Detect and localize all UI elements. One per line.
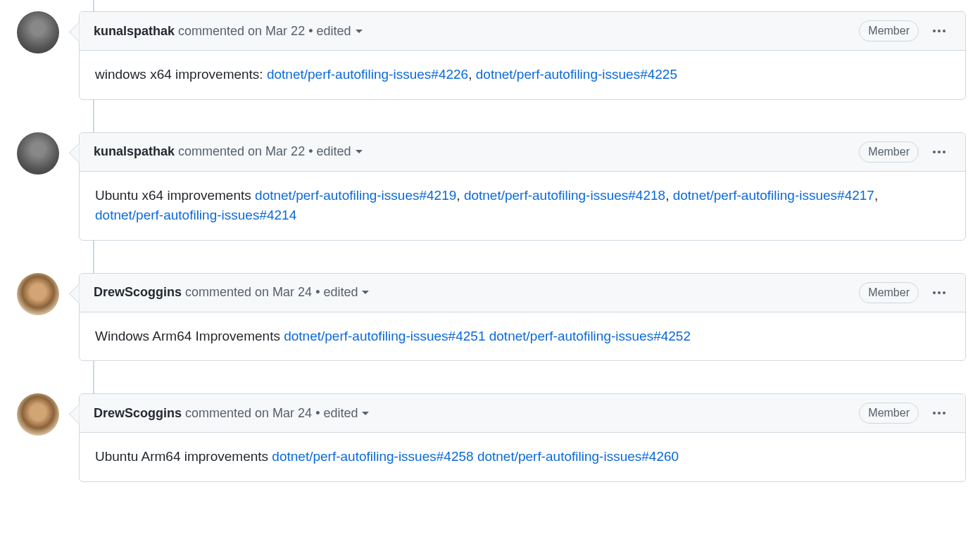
link-separator: , xyxy=(468,67,476,82)
kebab-menu-icon[interactable] xyxy=(927,406,951,420)
avatar[interactable] xyxy=(17,132,59,175)
comment-author-link[interactable]: kunalspathak xyxy=(94,142,175,161)
edited-dropdown[interactable]: edited xyxy=(316,142,362,161)
issue-link[interactable]: dotnet/perf-autofiling-issues#4226 xyxy=(267,67,468,82)
issue-link[interactable]: dotnet/perf-autofiling-issues#4219 xyxy=(255,188,456,203)
link-separator: , xyxy=(665,188,673,203)
issue-link[interactable]: dotnet/perf-autofiling-issues#4260 xyxy=(477,449,679,464)
member-badge: Member xyxy=(859,403,919,424)
comment-body: Ubuntu x64 improvements dotnet/perf-auto… xyxy=(80,172,965,240)
comments-container: kunalspathak commented on Mar 22 • edite… xyxy=(14,0,966,482)
comment-header-left: kunalspathak commented on Mar 22 • edite… xyxy=(94,142,363,161)
edited-label: edited xyxy=(316,142,351,161)
issue-link[interactable]: dotnet/perf-autofiling-issues#4214 xyxy=(95,208,296,222)
issue-link[interactable]: dotnet/perf-autofiling-issues#4218 xyxy=(464,188,665,203)
avatar[interactable] xyxy=(17,273,59,315)
comment-item: kunalspathak commented on Mar 22 • edite… xyxy=(14,0,966,100)
dot-separator: • xyxy=(308,142,313,161)
member-badge: Member xyxy=(859,282,919,303)
kebab-menu-icon[interactable] xyxy=(927,24,951,38)
caret-down-icon xyxy=(362,412,369,415)
comment-header-left: DrewScoggins commented on Mar 24 • edite… xyxy=(94,404,369,423)
member-badge: Member xyxy=(859,20,919,42)
comment-body-text: Windows Arm64 Improvements xyxy=(95,329,284,343)
comment-header: kunalspathak commented on Mar 22 • edite… xyxy=(80,12,965,51)
link-separator: , xyxy=(456,188,464,203)
comment-header-right: Member xyxy=(859,282,951,303)
edited-label: edited xyxy=(323,283,358,302)
kebab-menu-icon[interactable] xyxy=(927,286,951,300)
dot-separator: • xyxy=(315,283,320,302)
comment-box: DrewScoggins commented on Mar 24 • edite… xyxy=(79,273,966,362)
dot-separator: • xyxy=(308,22,313,41)
edited-dropdown[interactable]: edited xyxy=(323,404,369,423)
comment-author-link[interactable]: DrewScoggins xyxy=(94,283,182,302)
comment-header-right: Member xyxy=(859,141,951,163)
comment-timestamp[interactable]: on Mar 22 xyxy=(248,22,305,41)
comment-author-link[interactable]: kunalspathak xyxy=(94,22,175,41)
commented-label: commented xyxy=(185,404,251,423)
comment-timestamp[interactable]: on Mar 22 xyxy=(248,142,305,161)
comment-timestamp[interactable]: on Mar 24 xyxy=(255,404,312,423)
edited-dropdown[interactable]: edited xyxy=(323,283,369,302)
commented-label: commented xyxy=(178,142,244,161)
comment-timestamp[interactable]: on Mar 24 xyxy=(255,283,312,302)
comment-body: windows x64 improvements: dotnet/perf-au… xyxy=(80,51,965,99)
comment-author-link[interactable]: DrewScoggins xyxy=(94,404,182,423)
comment-body-text: windows x64 improvements: xyxy=(95,67,267,82)
dot-separator: • xyxy=(315,404,320,423)
comment-body: Windows Arm64 Improvements dotnet/perf-a… xyxy=(80,312,965,361)
comment-header-left: DrewScoggins commented on Mar 24 • edite… xyxy=(94,283,369,302)
timeline: kunalspathak commented on Mar 22 • edite… xyxy=(0,0,980,482)
comment-box: kunalspathak commented on Mar 22 • edite… xyxy=(79,132,966,241)
link-separator: , xyxy=(874,188,878,203)
comment-item: DrewScoggins commented on Mar 24 • edite… xyxy=(14,262,966,362)
edited-label: edited xyxy=(323,404,358,423)
comment-item: kunalspathak commented on Mar 22 • edite… xyxy=(14,121,966,241)
member-badge: Member xyxy=(859,141,919,163)
comment-box: DrewScoggins commented on Mar 24 • edite… xyxy=(79,393,966,482)
comment-header-right: Member xyxy=(859,20,951,42)
edited-dropdown[interactable]: edited xyxy=(316,22,362,41)
comment-box: kunalspathak commented on Mar 22 • edite… xyxy=(79,11,966,100)
comment-header: DrewScoggins commented on Mar 24 • edite… xyxy=(80,274,965,312)
comment-header: kunalspathak commented on Mar 22 • edite… xyxy=(80,133,965,172)
edited-label: edited xyxy=(316,22,351,41)
commented-label: commented xyxy=(185,283,251,302)
comment-body-text: Ubuntu x64 improvements xyxy=(95,188,255,203)
comment-body-text: Ubuntu Arm64 improvements xyxy=(95,449,272,464)
caret-down-icon xyxy=(356,30,363,33)
comment-item: DrewScoggins commented on Mar 24 • edite… xyxy=(14,382,966,482)
comment-body: Ubuntu Arm64 improvements dotnet/perf-au… xyxy=(80,433,965,481)
issue-link[interactable]: dotnet/perf-autofiling-issues#4252 xyxy=(489,329,691,343)
caret-down-icon xyxy=(356,150,363,153)
comment-header-left: kunalspathak commented on Mar 22 • edite… xyxy=(94,22,363,41)
issue-link[interactable]: dotnet/perf-autofiling-issues#4217 xyxy=(673,188,874,203)
commented-label: commented xyxy=(178,22,244,41)
issue-link[interactable]: dotnet/perf-autofiling-issues#4258 xyxy=(272,449,473,464)
avatar[interactable] xyxy=(17,11,59,53)
avatar[interactable] xyxy=(17,393,59,436)
issue-link[interactable]: dotnet/perf-autofiling-issues#4251 xyxy=(284,329,485,343)
caret-down-icon xyxy=(362,291,369,294)
kebab-menu-icon[interactable] xyxy=(927,145,951,159)
comment-header: DrewScoggins commented on Mar 24 • edite… xyxy=(80,394,965,433)
issue-link[interactable]: dotnet/perf-autofiling-issues#4225 xyxy=(476,67,677,82)
comment-header-right: Member xyxy=(859,403,951,424)
